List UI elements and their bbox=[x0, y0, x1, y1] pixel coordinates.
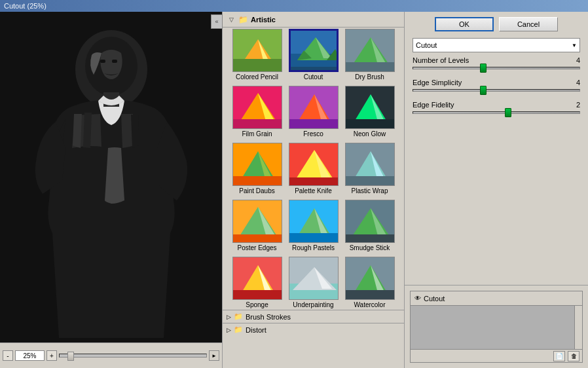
svg-rect-60 bbox=[233, 290, 282, 300]
zoom-out-button[interactable]: - bbox=[3, 350, 13, 361]
collapse-artistic-button[interactable]: ▽ bbox=[227, 15, 236, 24]
filter-label-rough-pastels: Rough Pastels bbox=[292, 244, 335, 251]
param-row-number-of-levels: Number of Levels4 bbox=[413, 56, 580, 64]
distort-label: Distort bbox=[246, 326, 266, 334]
category-distort[interactable]: ▷ 📁 Distort bbox=[223, 323, 404, 336]
param-label-edge-fidelity: Edge Fidelity bbox=[413, 101, 567, 109]
filter-thumb-underpainting bbox=[289, 257, 339, 300]
filter-thumb-art-paint-daubs bbox=[233, 143, 282, 186]
ok-button[interactable]: OK bbox=[435, 17, 494, 31]
filter-item-rough-pastels[interactable]: Rough Pastels bbox=[287, 198, 340, 253]
delete-layer-button[interactable]: 🗑 bbox=[568, 351, 579, 361]
settings-panel: OK Cancel Cutout ▼ Number of Levels4Edge… bbox=[405, 12, 588, 368]
svg-rect-3 bbox=[100, 60, 105, 63]
svg-rect-24 bbox=[233, 119, 282, 129]
filter-thumb-art-sponge bbox=[233, 257, 282, 300]
param-slider-track-number-of-levels bbox=[413, 67, 580, 69]
filter-thumb-paint-daubs bbox=[232, 143, 282, 186]
layer-header: 👁 Cutout bbox=[411, 291, 582, 306]
filter-thumb-art-cutout bbox=[291, 31, 339, 72]
filter-item-film-grain[interactable]: Film Grain bbox=[230, 84, 284, 139]
filter-thumb-sponge bbox=[232, 257, 282, 300]
param-slider-number-of-levels[interactable] bbox=[413, 67, 580, 75]
filter-panel-inner: Colored Pencil Cutout Dry Brush Film Gra… bbox=[223, 28, 404, 368]
svg-rect-9 bbox=[233, 59, 282, 72]
zoom-slider[interactable] bbox=[59, 354, 207, 358]
param-slider-edge-fidelity[interactable] bbox=[413, 111, 580, 119]
folder-icon: 📁 bbox=[238, 15, 248, 24]
filter-label-underpainting: Underpainting bbox=[293, 301, 333, 308]
param-slider-track-edge-simplicity bbox=[413, 89, 580, 92]
layer-content bbox=[411, 306, 574, 349]
param-group-number-of-levels: Number of Levels4 bbox=[413, 56, 580, 75]
preview-image bbox=[10, 17, 213, 338]
filter-thumb-watercolor bbox=[345, 257, 395, 300]
filter-thumb-art-palette-knife bbox=[289, 143, 339, 186]
filter-item-fresco[interactable]: Fresco bbox=[287, 84, 340, 139]
zoom-in-button[interactable]: + bbox=[46, 350, 57, 361]
filter-label-watercolor: Watercolor bbox=[354, 301, 386, 308]
layer-scroll-track[interactable] bbox=[574, 306, 582, 349]
svg-rect-16 bbox=[291, 67, 339, 72]
svg-rect-44 bbox=[346, 176, 395, 186]
category-brush-strokes[interactable]: ▷ 📁 Brush Strokes bbox=[223, 310, 404, 323]
layer-preview: 👁 Cutout 📄 🗑 bbox=[410, 291, 583, 363]
svg-rect-32 bbox=[346, 119, 395, 129]
filter-item-underpainting[interactable]: Underpainting bbox=[287, 255, 340, 310]
layer-visibility-icon[interactable]: 👁 bbox=[414, 295, 421, 302]
filter-label-smudge-stick: Smudge Stick bbox=[350, 244, 390, 251]
filter-label-colored-pencil: Colored Pencil bbox=[236, 73, 278, 81]
svg-rect-48 bbox=[233, 234, 282, 243]
filter-thumb-art-plastic-wrap bbox=[346, 143, 395, 186]
settings-bottom: 👁 Cutout 📄 🗑 bbox=[405, 285, 588, 368]
param-slider-thumb-edge-fidelity[interactable] bbox=[505, 108, 511, 117]
filter-thumb-poster-edges bbox=[232, 200, 282, 243]
filter-item-paint-daubs[interactable]: Paint Daubs bbox=[230, 141, 284, 196]
filter-label-cutout: Cutout bbox=[304, 73, 323, 81]
filter-thumb-art-fresco bbox=[289, 86, 339, 129]
filter-item-dry-brush[interactable]: Dry Brush bbox=[343, 28, 397, 82]
filter-thumb-film-grain bbox=[232, 86, 282, 129]
filter-panel: ▽ 📁 Artistic Colored Pencil Cutout bbox=[223, 12, 405, 368]
filter-item-poster-edges[interactable]: Poster Edges bbox=[230, 198, 284, 253]
filter-dropdown[interactable]: Cutout ▼ bbox=[413, 38, 580, 52]
scroll-right-button[interactable]: ► bbox=[209, 350, 219, 361]
filter-thumb-art-colored-pencil bbox=[233, 29, 282, 72]
filter-item-neon-glow[interactable]: Neon Glow bbox=[343, 84, 397, 139]
filter-grid: Colored Pencil Cutout Dry Brush Film Gra… bbox=[223, 28, 404, 310]
param-group-edge-fidelity: Edge Fidelity2 bbox=[413, 101, 580, 119]
filter-item-palette-knife[interactable]: Palette Knife bbox=[287, 141, 340, 196]
image-canvas bbox=[0, 12, 223, 342]
new-layer-button[interactable]: 📄 bbox=[553, 351, 565, 361]
collapse-panel-button[interactable]: « bbox=[211, 14, 223, 29]
distort-folder-icon: 📁 bbox=[234, 325, 243, 334]
spacer bbox=[405, 128, 588, 285]
filter-item-plastic-wrap[interactable]: Plastic Wrap bbox=[343, 141, 397, 196]
filter-label-paint-daubs: Paint Daubs bbox=[239, 187, 274, 194]
filter-item-smudge-stick[interactable]: Smudge Stick bbox=[343, 198, 397, 253]
cancel-button[interactable]: Cancel bbox=[499, 17, 558, 31]
button-row: OK Cancel bbox=[413, 17, 580, 31]
filter-item-colored-pencil[interactable]: Colored Pencil bbox=[230, 28, 284, 82]
filter-label-plastic-wrap: Plastic Wrap bbox=[352, 187, 388, 194]
filter-thumb-plastic-wrap bbox=[345, 143, 395, 186]
filter-item-sponge[interactable]: Sponge bbox=[230, 255, 284, 310]
svg-rect-4 bbox=[112, 60, 117, 63]
param-slider-thumb-number-of-levels[interactable] bbox=[480, 64, 487, 73]
brush-strokes-label: Brush Strokes bbox=[246, 313, 291, 321]
svg-rect-68 bbox=[346, 290, 395, 300]
settings-top: OK Cancel Cutout ▼ Number of Levels4Edge… bbox=[405, 12, 588, 128]
svg-rect-36 bbox=[233, 176, 282, 186]
filter-label-neon-glow: Neon Glow bbox=[354, 130, 386, 138]
param-slider-thumb-edge-simplicity[interactable] bbox=[480, 86, 487, 95]
filter-thumb-art-underpainting bbox=[289, 257, 339, 300]
filter-thumb-cutout bbox=[289, 29, 339, 72]
svg-rect-52 bbox=[289, 233, 339, 243]
brush-strokes-folder-icon: 📁 bbox=[234, 312, 243, 321]
filter-content-scroll[interactable]: Colored Pencil Cutout Dry Brush Film Gra… bbox=[223, 28, 404, 368]
filter-thumb-art-rough-pastels bbox=[289, 200, 339, 243]
filter-item-watercolor[interactable]: Watercolor bbox=[343, 255, 397, 310]
filter-item-cutout[interactable]: Cutout bbox=[287, 28, 340, 82]
zoom-input[interactable] bbox=[15, 350, 45, 361]
param-slider-edge-simplicity[interactable] bbox=[413, 89, 580, 97]
